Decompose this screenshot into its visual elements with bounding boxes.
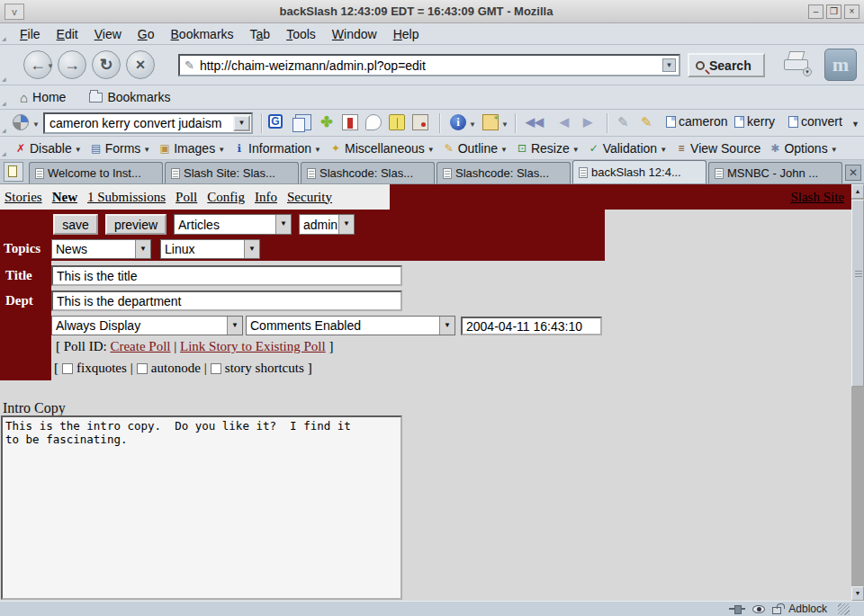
menu-view[interactable]: View — [94, 27, 122, 41]
minimize-button[interactable]: – — [808, 4, 824, 19]
menu-tools[interactable]: Tools — [286, 27, 316, 41]
story-shortcuts-checkbox[interactable] — [211, 363, 221, 374]
reload-button[interactable]: ↻ — [92, 50, 121, 79]
highlight-word-kerry[interactable]: kerry — [734, 114, 775, 129]
menu-help[interactable]: Help — [393, 27, 419, 41]
next-result-icon[interactable]: ▶ — [583, 115, 592, 129]
webdev-item-forms[interactable]: ▤Forms▼ — [90, 141, 151, 156]
toolbar-grippy[interactable] — [2, 112, 9, 133]
menu-file[interactable]: File — [20, 27, 40, 41]
save-button[interactable]: save — [53, 214, 98, 235]
menu-edit[interactable]: Edit — [57, 27, 78, 41]
browser-tab-1[interactable]: Slash Site: Slas... — [165, 162, 299, 183]
browser-tab-3[interactable]: Slashcode: Slas... — [436, 162, 571, 183]
online-status-icon[interactable] — [729, 605, 745, 612]
toolbar-grippy[interactable] — [2, 26, 9, 41]
directory-search-icon[interactable] — [389, 114, 405, 130]
search-button[interactable]: Search — [688, 53, 765, 77]
webdev-item-outline[interactable]: ✎Outline▼ — [443, 141, 508, 156]
topic-select-1[interactable]: News ▼ — [51, 239, 151, 259]
highlight-off-icon[interactable]: ✎ — [617, 114, 629, 130]
back-button[interactable]: ←▼ — [23, 50, 52, 79]
google-search-combobox[interactable]: cameron kerry convert judaism ▼ — [43, 112, 253, 134]
cached-page-dropdown-icon[interactable]: ▼ — [501, 121, 508, 129]
print-dropdown-icon[interactable]: ▼ — [803, 67, 812, 76]
nav-link-new[interactable]: New — [52, 190, 77, 205]
url-dropdown-button[interactable]: ▼ — [662, 58, 676, 72]
intro-copy-textarea[interactable]: This is the intro copy. Do you like it? … — [1, 415, 402, 600]
dept-input[interactable] — [51, 290, 402, 311]
section-select[interactable]: Articles ▼ — [174, 214, 292, 235]
toolbar-grippy[interactable] — [2, 48, 9, 82]
bookmarks-button[interactable]: Bookmarks — [89, 90, 170, 104]
preview-button[interactable]: preview — [105, 214, 166, 235]
googlebar-logo-icon[interactable] — [13, 114, 29, 130]
scrollbar-thumb[interactable] — [851, 200, 864, 387]
google-search-icon[interactable]: G — [268, 114, 283, 129]
title-input[interactable] — [51, 265, 402, 286]
select-arrow-icon[interactable]: ▼ — [135, 240, 150, 258]
browser-tab-0[interactable]: Welcome to Inst... — [29, 162, 163, 183]
googlebar-overflow-icon[interactable]: ▼ — [851, 120, 860, 129]
webdev-item-view-source[interactable]: ≡View Source — [675, 141, 760, 156]
nav-link-info[interactable]: Info — [255, 190, 277, 205]
select-arrow-icon[interactable]: ▼ — [227, 317, 242, 335]
nav-link-stories[interactable]: Stories — [4, 190, 42, 205]
new-tab-button[interactable] — [4, 162, 23, 182]
date-input[interactable] — [461, 317, 602, 335]
page-info-icon[interactable]: i — [450, 114, 466, 130]
menu-bookmarks[interactable]: Bookmarks — [171, 27, 234, 41]
highlight-icon[interactable]: ✎ — [641, 114, 652, 130]
stop-button[interactable]: × — [126, 50, 155, 79]
webdev-item-images[interactable]: ▣Images▼ — [158, 141, 225, 156]
select-arrow-icon[interactable]: ▼ — [338, 215, 354, 234]
browser-tab-2[interactable]: Slashcode: Slas... — [301, 162, 435, 183]
fixquotes-checkbox[interactable] — [62, 363, 73, 374]
window-resize-grip[interactable] — [838, 603, 850, 615]
cached-page-icon[interactable] — [482, 114, 499, 130]
prev-result-icon[interactable]: ◀ — [560, 115, 569, 129]
nav-link-poll[interactable]: Poll — [176, 190, 197, 205]
webdev-item-validation[interactable]: ✓Validation▼ — [588, 141, 667, 156]
news-search-icon[interactable] — [412, 114, 428, 130]
toolbar-grippy[interactable] — [2, 88, 9, 106]
webdev-item-options[interactable]: ✱Options▼ — [769, 141, 837, 156]
webdev-item-disable[interactable]: ✗Disable▼ — [14, 141, 82, 156]
print-button[interactable]: ▼ — [781, 51, 812, 76]
highlight-word-cameron[interactable]: cameron — [666, 114, 727, 129]
google-query-dropdown-button[interactable]: ▼ — [233, 115, 250, 131]
topic-select-2[interactable]: Linux ▼ — [160, 239, 260, 259]
scroll-up-button[interactable]: ▲ — [851, 184, 864, 199]
url-bar[interactable]: ✎ http://chaim-weizmann/admin.pl?op=edit… — [178, 54, 680, 76]
nav-link-security[interactable]: Security — [287, 190, 332, 205]
comments-select[interactable]: Comments Enabled ▼ — [246, 316, 455, 335]
close-button[interactable]: × — [844, 4, 860, 19]
browser-tab-4-active[interactable]: backSlash 12:4... — [572, 160, 706, 183]
highlight-word-convert[interactable]: convert — [788, 114, 842, 129]
back-dropdown-icon[interactable]: ▼ — [47, 53, 54, 80]
images-search-icon[interactable] — [342, 114, 358, 130]
forward-button[interactable]: → — [58, 50, 86, 79]
close-tab-button[interactable]: ✕ — [845, 165, 861, 181]
toolbar-grippy[interactable] — [2, 139, 9, 156]
menu-go[interactable]: Go — [138, 27, 155, 41]
groups-search-icon[interactable] — [365, 114, 382, 130]
first-result-icon[interactable]: ◀◀ — [526, 115, 544, 129]
lucky-clover-icon[interactable]: ✤ — [319, 114, 335, 130]
google-query-text[interactable]: cameron kerry convert judaism — [45, 116, 233, 130]
page-info-dropdown-icon[interactable]: ▼ — [469, 121, 476, 129]
select-arrow-icon[interactable]: ▼ — [244, 240, 259, 258]
home-button[interactable]: ⌂ Home — [20, 90, 66, 105]
create-poll-link[interactable]: Create Poll — [110, 339, 170, 353]
googlebar-logo-dropdown-icon[interactable]: ▼ — [32, 121, 40, 129]
link-existing-poll-link[interactable]: Link Story to Existing Poll — [180, 339, 326, 353]
menu-tab[interactable]: Tab — [250, 27, 271, 41]
nav-link-config[interactable]: Config — [207, 190, 245, 205]
content-scrollbar[interactable]: ▲ ▼ — [851, 184, 864, 601]
select-arrow-icon[interactable]: ▼ — [275, 215, 291, 234]
display-select[interactable]: Always Display ▼ — [51, 316, 243, 335]
window-menu-button[interactable]: v — [4, 4, 24, 20]
webdev-item-miscellaneous[interactable]: ✦Miscellaneous▼ — [329, 141, 435, 156]
url-text[interactable]: http://chaim-weizmann/admin.pl?op=edit — [200, 58, 662, 73]
sidebar-toggle-icon[interactable] — [752, 605, 765, 613]
